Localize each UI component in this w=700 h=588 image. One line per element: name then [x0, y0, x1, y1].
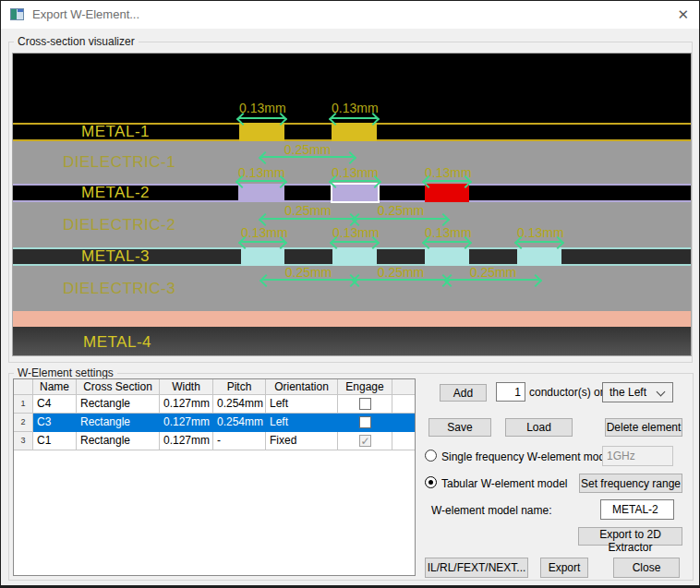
col-header-width[interactable]: Width	[160, 379, 213, 395]
dim-width-arrow	[332, 180, 379, 182]
conductor-count-input[interactable]	[496, 382, 525, 402]
cell-engage	[338, 395, 392, 414]
cell-orientation: Left	[266, 414, 338, 432]
close-icon[interactable]: ✕	[677, 6, 689, 23]
il-rl-fext-next-button[interactable]: IL/RL/FEXT/NEXT...	[425, 558, 528, 578]
layer-metal3-label: METAL-3	[81, 247, 150, 266]
dim-width-label: 0.13mm	[239, 101, 284, 115]
engage-checkbox[interactable]	[359, 416, 371, 428]
dim-width-arrow	[332, 241, 377, 243]
dim-width-label: 0.13mm	[332, 101, 377, 115]
row-number[interactable]: 2	[14, 414, 33, 432]
settings-groupbox: W-Element settings Name Cross Section Wi…	[8, 373, 694, 581]
col-header-engage[interactable]: Engage	[338, 379, 392, 395]
close-button[interactable]: Close	[613, 558, 680, 578]
dim-width-arrow	[425, 180, 469, 182]
cell-filler	[392, 395, 415, 414]
export-w-element-dialog: Export W-Element... ✕ Cross-section visu…	[0, 0, 700, 588]
dim-width-arrow	[241, 241, 284, 243]
model-name-label: W-element model name:	[431, 504, 552, 517]
layer-dielectric3-label: DIELECTRIC-3	[63, 280, 175, 298]
cell-pitch: -	[213, 432, 266, 450]
cell-width: 0.127mm	[160, 395, 213, 414]
cell-filler	[392, 414, 415, 432]
tabular-model-radio[interactable]	[425, 476, 437, 488]
set-frequency-range-button[interactable]: Set frequency range	[579, 474, 682, 493]
table-row-selected[interactable]: 2 C3 Rectangle 0.127mm 0.254mm Left	[14, 414, 415, 432]
conductor-metal3-2[interactable]	[332, 247, 377, 266]
add-button[interactable]: Add	[440, 384, 487, 402]
table-row[interactable]: 1 C4 Rectangle 0.127mm 0.254mm Left	[14, 395, 415, 414]
conductor-c4[interactable]	[238, 184, 284, 202]
layer-metal4-label: METAL-4	[83, 333, 151, 352]
cell-pitch: 0.254mm	[213, 414, 266, 432]
dim-pitch-arrow	[355, 279, 447, 281]
table-row[interactable]: 3 C1 Rectangle 0.127mm - Fixed	[14, 432, 415, 450]
layer-metal4: METAL-4	[13, 327, 691, 356]
cell-width: 0.127mm	[160, 432, 213, 450]
row-number[interactable]: 1	[14, 395, 33, 414]
dim-pitch-label: 0.25mm	[262, 265, 355, 280]
col-header-pitch[interactable]: Pitch	[213, 379, 266, 395]
app-icon	[10, 8, 24, 20]
col-header-cross-section[interactable]: Cross Section	[77, 379, 160, 395]
cross-section-canvas: METAL-1 DIELECTRIC-1 METAL-2 DIELECTRIC-…	[12, 53, 692, 356]
conductor-metal1-1[interactable]	[239, 123, 284, 141]
dim-pitch-label: 0.25mm	[355, 203, 447, 218]
cell-name: C1	[33, 432, 77, 450]
cell-orientation: Left	[266, 395, 338, 414]
conductor-metal1-2[interactable]	[332, 123, 377, 141]
conductor-table: Name Cross Section Width Pitch Orientati…	[13, 378, 416, 576]
conductor-c1-fixed[interactable]	[425, 184, 469, 202]
conductor-metal3-3[interactable]	[425, 247, 469, 266]
cell-filler	[392, 432, 415, 450]
cell-cross-section: Rectangle	[77, 414, 160, 432]
model-name-input[interactable]	[600, 499, 674, 520]
cell-engage	[338, 432, 392, 450]
delete-element-button[interactable]: Delete element	[605, 418, 682, 437]
dim-pitch-label: 0.25mm	[261, 203, 355, 218]
settings-group-label: W-Element settings	[14, 366, 117, 379]
export-button[interactable]: Export	[540, 558, 588, 578]
dim-pitch-label: 0.25mm	[447, 265, 539, 280]
col-header-orientation[interactable]: Orientation	[266, 379, 338, 395]
single-frequency-radio[interactable]	[425, 450, 437, 462]
cell-engage	[338, 414, 392, 432]
layer-metal2-label: METAL-2	[81, 184, 150, 202]
cell-width: 0.127mm	[160, 414, 213, 432]
load-button[interactable]: Load	[505, 418, 573, 437]
title-bar: Export W-Element... ✕	[1, 1, 699, 29]
engage-checkbox-checked-disabled	[359, 435, 371, 447]
engage-checkbox[interactable]	[359, 398, 371, 410]
col-header-name[interactable]: Name	[33, 379, 77, 395]
side-dropdown[interactable]: the Left	[602, 382, 673, 402]
window-title: Export W-Element...	[32, 7, 139, 21]
cross-section-group-label: Cross-section visualizer	[14, 35, 139, 48]
cell-cross-section: Rectangle	[77, 432, 160, 450]
layer-dielectric2-label: DIELECTRIC-2	[63, 216, 175, 234]
dim-width-arrow	[425, 241, 469, 243]
cross-section-groupbox: Cross-section visualizer METAL-1 DIELECT…	[8, 42, 693, 363]
cell-pitch: 0.254mm	[213, 395, 266, 414]
side-dropdown-value: the Left	[609, 386, 646, 399]
save-button[interactable]: Save	[428, 418, 491, 437]
single-frequency-label: Single frequency W-element model	[441, 450, 614, 463]
layer-substrate	[13, 311, 691, 327]
conductor-metal3-4[interactable]	[517, 247, 561, 266]
row-number[interactable]: 3	[14, 432, 33, 450]
dim-pitch-arrow	[262, 279, 355, 281]
dim-pitch-arrow	[447, 279, 539, 281]
single-frequency-input	[602, 446, 673, 466]
cell-orientation: Fixed	[266, 432, 338, 450]
cell-cross-section: Rectangle	[77, 395, 160, 414]
dim-width-arrow	[517, 241, 561, 243]
cell-name: C3	[33, 414, 77, 432]
dim-pitch-label: 0.25mm	[261, 142, 354, 157]
export-2d-extractor-button[interactable]: Export to 2D Extractor	[578, 527, 682, 546]
conductor-metal3-1[interactable]	[241, 247, 284, 266]
table-header-row: Name Cross Section Width Pitch Orientati…	[14, 379, 415, 395]
dim-pitch-label: 0.25mm	[355, 265, 447, 280]
layer-metal1-label: METAL-1	[81, 123, 150, 141]
layer-dielectric1-label: DIELECTRIC-1	[63, 153, 175, 172]
conductors-on-label: conductor(s) on	[529, 386, 606, 399]
